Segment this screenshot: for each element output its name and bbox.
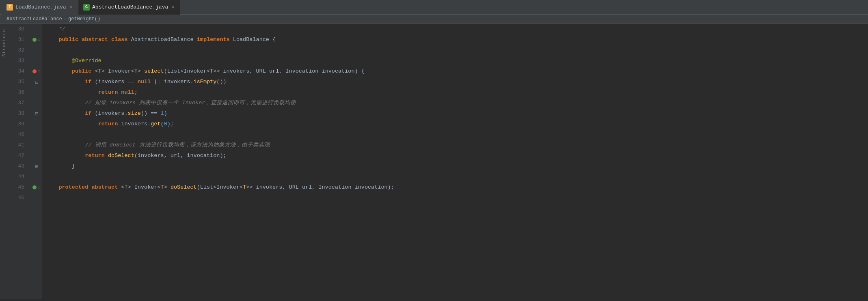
code-line-34: public <T> Invoker<T> select(List<Invoke… <box>45 66 868 77</box>
code-line-43: } <box>45 161 868 172</box>
ann-30 <box>31 24 42 34</box>
collapse-35[interactable]: ⊟ <box>35 79 38 86</box>
ann-32 <box>31 45 42 56</box>
line-num-34: 34 <box>8 66 28 77</box>
code-line-45: protected abstract <T> Invoker<T> doSele… <box>45 182 868 193</box>
code-line-40 <box>45 129 868 140</box>
tab-label-2: AbstractLoadBalance.java <box>92 4 168 10</box>
left-sidebar: Structure <box>0 24 8 299</box>
line-num-38: 38 <box>8 108 28 119</box>
code-line-37: // 如果 invokers 列表中仅有一个 Invoker，直接返回即可，无需… <box>45 98 868 108</box>
ann-45[interactable]: ↓ <box>31 182 42 193</box>
code-line-32 <box>45 45 868 56</box>
code-content: */ public abstract class AbstractLoadBal… <box>42 24 868 299</box>
close-icon-2[interactable]: × <box>171 4 175 11</box>
structure-label: Structure <box>2 29 6 56</box>
ann-34[interactable]: ↑ <box>31 66 42 77</box>
line-num-45: 45 <box>8 182 28 193</box>
code-area: Structure 30 31 32 33 34 35 36 <box>0 24 868 299</box>
line-num-30: 30 <box>8 24 28 34</box>
line-num-39: 39 <box>8 119 28 129</box>
down-arrow-45: ↓ <box>37 185 40 190</box>
tab-label-1: LoadBalance.java <box>15 4 66 10</box>
line-num-32: 32 <box>8 45 28 56</box>
green-circle-45 <box>32 185 37 189</box>
code-line-31: public abstract class AbstractLoadBalanc… <box>45 34 868 45</box>
ann-39 <box>31 119 42 129</box>
breadcrumb: AbstractLoadBalance › getWeight() <box>0 15 868 24</box>
line-numbers-col: 30 31 32 33 34 35 36 37 38 <box>8 24 31 299</box>
code-line-38: if (invokers.size() == 1) <box>45 108 868 119</box>
green-circle-31 <box>32 38 37 42</box>
code-line-41: // 调用 doSelect 方法进行负载均衡，该方法为抽象方法，由子类实现 <box>45 140 868 150</box>
collapse-38[interactable]: ⊟ <box>35 110 38 117</box>
line-num-42: 42 <box>8 150 28 161</box>
ann-31[interactable]: ↓ <box>31 34 42 45</box>
java-icon-1: I <box>6 4 13 11</box>
ann-41 <box>31 140 42 150</box>
down-arrow-31: ↓ <box>37 37 40 43</box>
line-num-35: 35 <box>8 77 28 87</box>
line-num-36: 36 <box>8 87 28 98</box>
tab-bar: I LoadBalance.java × C AbstractLoadBalan… <box>0 0 868 15</box>
line-num-37: 37 <box>8 98 28 108</box>
annotation-col: ↓ ↑ ⊟ ⊟ ⊟ ↓ <box>31 24 42 299</box>
tab-abstractloadbalance[interactable]: C AbstractLoadBalance.java × <box>78 0 180 15</box>
ann-42 <box>31 150 42 161</box>
line-num-40: 40 <box>8 129 28 140</box>
up-arrow-34: ↑ <box>37 69 40 74</box>
collapse-43[interactable]: ⊟ <box>35 163 38 170</box>
breadcrumb-item-1[interactable]: AbstractLoadBalance <box>6 16 62 22</box>
ann-36 <box>31 87 42 98</box>
ann-33 <box>31 56 42 66</box>
line-num-41: 41 <box>8 140 28 150</box>
ann-43[interactable]: ⊟ <box>31 161 42 172</box>
code-line-33: @Override <box>45 56 868 66</box>
line-num-44: 44 <box>8 172 28 182</box>
code-line-46 <box>45 193 868 203</box>
ann-46 <box>31 193 42 203</box>
code-line-39: return invokers.get(0); <box>45 119 868 129</box>
tab-loadbalance[interactable]: I LoadBalance.java × <box>2 0 78 15</box>
code-line-35: if (invokers == null || invokers.isEmpty… <box>45 77 868 87</box>
close-icon-1[interactable]: × <box>69 4 73 11</box>
ann-44 <box>31 172 42 182</box>
java-icon-2: C <box>83 4 90 11</box>
ann-37 <box>31 98 42 108</box>
code-line-36: return null; <box>45 87 868 98</box>
line-num-31: 31 <box>8 34 28 45</box>
line-num-43: 43 <box>8 161 28 172</box>
breadcrumb-item-2[interactable]: getWeight() <box>68 16 100 22</box>
code-line-44 <box>45 172 868 182</box>
breadcrumb-separator: › <box>64 16 67 22</box>
red-circle-34 <box>32 69 37 73</box>
ann-40 <box>31 129 42 140</box>
ann-38: ⊟ <box>31 108 42 119</box>
code-line-30: */ <box>45 24 868 34</box>
ann-35: ⊟ <box>31 77 42 87</box>
line-num-33: 33 <box>8 56 28 66</box>
code-line-42: return doSelect(invokers, url, invocatio… <box>45 150 868 161</box>
line-num-46: 46 <box>8 193 28 203</box>
